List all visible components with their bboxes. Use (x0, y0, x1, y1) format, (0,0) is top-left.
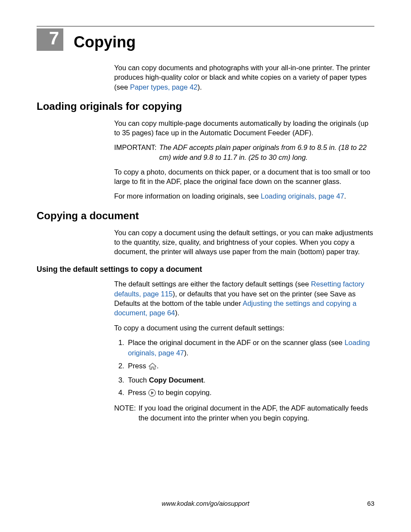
play-icon (148, 389, 156, 400)
note-text: If you load the original document in the… (138, 403, 374, 423)
sec1-p3b: . (344, 192, 346, 200)
top-rule (37, 26, 374, 27)
intro-paragraph: You can copy documents and photographs w… (114, 63, 374, 92)
intro-text-tail: ). (198, 83, 202, 91)
chapter-header: 7 Copying (37, 28, 374, 51)
link-loading-originals[interactable]: Loading originals, page 47 (261, 192, 344, 200)
sub1-p1c: ). (175, 309, 179, 317)
heading-default-settings: Using the default settings to copy a doc… (37, 265, 374, 274)
footer-page-number: 63 (367, 500, 374, 507)
section-default-settings: The default settings are either the fact… (114, 279, 374, 422)
step4-text-a: Press (128, 389, 148, 396)
note-label: NOTE: (114, 403, 136, 423)
chapter-number-badge: 7 (37, 28, 63, 51)
footer-url: www.kodak.com/go/aiosupport (162, 500, 249, 507)
step3-text-b: . (203, 376, 206, 384)
step-3: Touch Copy Document. (126, 375, 374, 386)
important-note: IMPORTANT: The ADF accepts plain paper o… (114, 143, 374, 162)
step2-text-a: Press (128, 362, 148, 370)
step3-text-a: Touch (128, 376, 149, 384)
steps-list: Place the original document in the ADF o… (126, 338, 374, 400)
sub1-p1a: The default settings are either the fact… (114, 280, 311, 288)
step-1: Place the original document in the ADF o… (126, 338, 374, 358)
heading-loading-originals: Loading originals for copying (37, 100, 374, 112)
important-text: The ADF accepts plain paper originals fr… (159, 143, 374, 162)
page-footer: www.kodak.com/go/aiosupport 63 (37, 500, 374, 507)
step1-text-b: ). (184, 349, 188, 357)
step-4: Press to begin copying. (126, 388, 374, 400)
chapter-title: Copying (74, 34, 136, 51)
step4-text-b: to begin copying. (156, 389, 212, 396)
note: NOTE: If you load the original document … (114, 403, 374, 423)
section-copying-document-intro: You can copy a document using the defaul… (114, 228, 374, 257)
home-icon (148, 362, 157, 373)
step3-bold: Copy Document (149, 376, 204, 384)
step2-text-b: . (157, 362, 159, 370)
heading-copying-document: Copying a document (37, 210, 374, 222)
important-label: IMPORTANT: (114, 143, 156, 162)
sub1-p2: To copy a document using the current def… (114, 323, 374, 333)
sec1-p2: To copy a photo, documents on thick pape… (114, 167, 374, 187)
sec2-p1: You can copy a document using the defaul… (114, 228, 374, 257)
section-loading-originals: You can copy multiple-page documents aut… (114, 118, 374, 201)
link-paper-types[interactable]: Paper types, page 42 (130, 83, 198, 91)
sec1-p3a: For more information on loading original… (114, 192, 261, 200)
step1-text-a: Place the original document in the ADF o… (128, 339, 345, 346)
sec1-p1: You can copy multiple-page documents aut… (114, 118, 374, 138)
step-2: Press . (126, 361, 374, 373)
